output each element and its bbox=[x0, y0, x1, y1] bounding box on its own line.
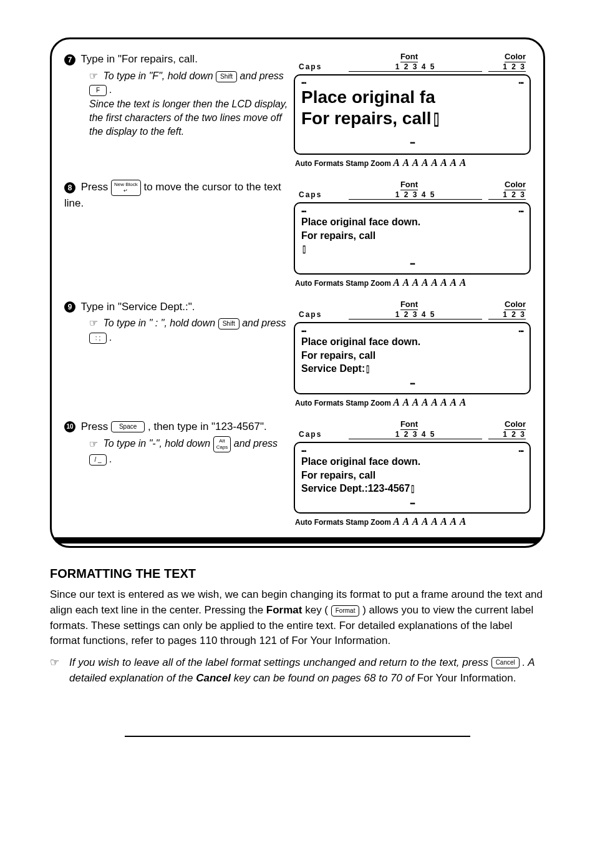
step-10: 10 Press Space , then type in "123-4567"… bbox=[64, 419, 531, 528]
step10-pre: Press bbox=[81, 421, 111, 432]
step7-note-b: Since the text is longer then the LCD di… bbox=[89, 99, 288, 137]
lcd-display-10: Font Color Caps 1 2 3 4 5 1 2 3 ▪▪▪▪▪▪ P… bbox=[294, 419, 531, 528]
section-heading: FORMATTING THE TEXT bbox=[50, 567, 545, 581]
format-key: Format bbox=[331, 605, 360, 617]
step-number-10: 10 bbox=[64, 421, 75, 432]
step9-note-post: . bbox=[109, 332, 112, 343]
step10-note-mid: and press bbox=[234, 439, 278, 449]
slash-underscore-key: / _ bbox=[89, 454, 107, 466]
pointer-icon: ☞ bbox=[89, 439, 98, 449]
step-number-9: 9 bbox=[64, 301, 75, 313]
f-key: F bbox=[89, 85, 107, 96]
pointer-icon: ☞ bbox=[89, 71, 98, 81]
step-7: 7 Type in "For repairs, call. ☞ To type … bbox=[64, 52, 531, 168]
section-body: Since our text is entered as we wish, we… bbox=[50, 587, 545, 649]
step-number-7: 7 bbox=[64, 54, 75, 66]
step-9: 9 Type in "Service Dept.:". ☞ To type in… bbox=[64, 300, 531, 408]
step10-note-post: . bbox=[109, 454, 112, 464]
step-number-8: 8 bbox=[64, 182, 75, 193]
lcd-display-8: Font Color Caps 1 2 3 4 5 1 2 3 ▪▪▪▪▪▪ P… bbox=[294, 180, 531, 288]
step7-note-a-pre: To type in "F", hold down bbox=[103, 71, 216, 81]
shift-key: Shift bbox=[218, 318, 239, 329]
lcd-display-7: Font Color Caps 1 2 3 4 5 1 2 3 ▪▪▪▪▪▪ P… bbox=[294, 52, 531, 168]
step7-note-a-post: . bbox=[109, 84, 112, 95]
pointer-icon: ☞ bbox=[50, 655, 59, 686]
step7-instruction: Type in "For repairs, call. bbox=[80, 53, 197, 65]
step8-pre: Press bbox=[81, 181, 111, 193]
step-8: 8 Press New Block↵ to move the cursor to… bbox=[64, 180, 531, 288]
step10-note-pre: To type in "-", hold down bbox=[103, 439, 213, 449]
lcd-display-9: Font Color Caps 1 2 3 4 5 1 2 3 ▪▪▪▪▪▪ P… bbox=[294, 300, 531, 408]
colon-key: : ; bbox=[89, 333, 107, 344]
step9-note-mid: and press bbox=[242, 318, 286, 328]
step9-note-pre: To type in " : ", hold down bbox=[103, 318, 218, 328]
section-footnote: ☞ If you wish to leave all of the label … bbox=[50, 655, 545, 686]
shift-key: Shift bbox=[216, 71, 237, 82]
alt-caps-key: AltCaps bbox=[213, 436, 231, 452]
footer-rule bbox=[125, 736, 470, 737]
step7-note-a-mid: and press bbox=[240, 71, 284, 81]
space-key: Space bbox=[111, 421, 145, 432]
cancel-key: Cancel bbox=[491, 657, 520, 668]
pointer-icon: ☞ bbox=[89, 318, 98, 328]
newblock-key: New Block↵ bbox=[111, 180, 141, 196]
step9-instruction: Type in "Service Dept.:". bbox=[80, 301, 195, 313]
instruction-panel: 7 Type in "For repairs, call. ☞ To type … bbox=[50, 37, 545, 548]
step10-post: , then type in "123-4567". bbox=[148, 421, 267, 432]
